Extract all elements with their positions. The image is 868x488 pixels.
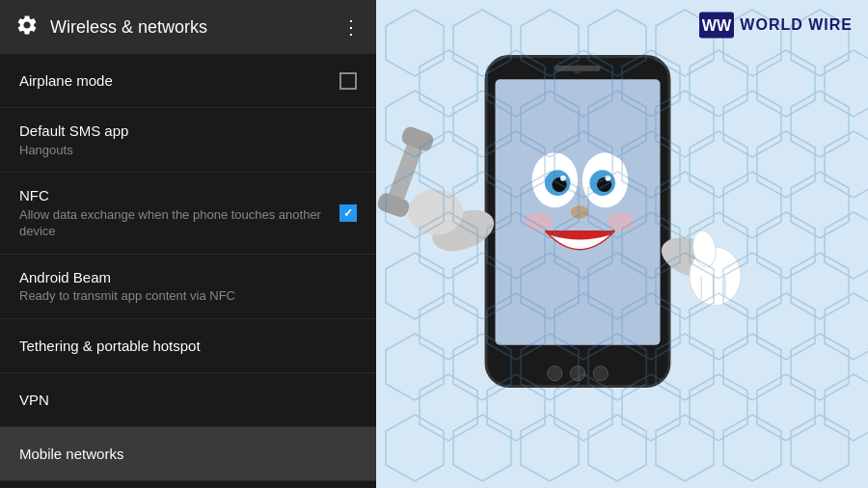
- airplane-mode-item[interactable]: Airplane mode: [0, 54, 376, 108]
- android-beam-item[interactable]: Android Beam Ready to transmit app conte…: [0, 255, 376, 319]
- settings-panel: Wireless & networks ⋮ Airplane mode Defa…: [0, 0, 376, 488]
- header-left: Wireless & networks: [15, 14, 207, 41]
- worldwire-text: WORLD WIRE: [740, 16, 853, 34]
- tethering-title: Tethering & portable hotspot: [19, 337, 357, 356]
- tethering-item[interactable]: Tethering & portable hotspot: [0, 319, 376, 373]
- default-sms-text: Default SMS app Hangouts: [19, 122, 357, 158]
- svg-text:WW: WW: [702, 16, 732, 34]
- vpn-text: VPN: [19, 391, 357, 410]
- airplane-mode-text: Airplane mode: [19, 71, 339, 91]
- android-beam-text: Android Beam Ready to transmit app conte…: [19, 268, 357, 305]
- nfc-text: NFC Allow data exchange when the phone t…: [19, 186, 339, 239]
- tethering-text: Tethering & portable hotspot: [19, 337, 357, 356]
- default-sms-item[interactable]: Default SMS app Hangouts: [0, 108, 376, 173]
- svg-marker-0: [376, 0, 434, 67]
- worldwire-logo-icon: WW: [699, 12, 734, 39]
- mobile-networks-text: Mobile networks: [19, 445, 357, 464]
- mobile-networks-item[interactable]: Mobile networks: [0, 427, 376, 481]
- more-options-icon[interactable]: ⋮: [341, 15, 361, 39]
- page-title: Wireless & networks: [50, 17, 207, 38]
- nfc-title: NFC: [19, 186, 339, 205]
- vpn-item[interactable]: VPN: [0, 373, 376, 427]
- right-panel: WW WORLD WIRE: [376, 0, 868, 488]
- settings-gear-icon: [15, 14, 39, 41]
- nfc-subtitle: Allow data exchange when the phone touch…: [19, 207, 339, 240]
- airplane-mode-title: Airplane mode: [19, 71, 339, 91]
- airplane-mode-checkbox[interactable]: [339, 72, 357, 90]
- settings-list: Airplane mode Default SMS app Hangouts N…: [0, 54, 376, 488]
- worldwire-logo: WW WORLD WIRE: [699, 12, 853, 39]
- android-beam-subtitle: Ready to transmit app content via NFC: [19, 288, 357, 305]
- mobile-networks-title: Mobile networks: [19, 445, 357, 464]
- default-sms-title: Default SMS app: [19, 122, 357, 141]
- vpn-title: VPN: [19, 391, 357, 410]
- nfc-checkbox[interactable]: [339, 204, 357, 222]
- default-sms-subtitle: Hangouts: [19, 143, 357, 159]
- hex-background: [376, 0, 868, 488]
- nfc-item[interactable]: NFC Allow data exchange when the phone t…: [0, 173, 376, 254]
- android-beam-title: Android Beam: [19, 268, 357, 287]
- cell-broadcasts-item[interactable]: Cell broadcasts: [0, 481, 376, 488]
- settings-header: Wireless & networks ⋮: [0, 0, 376, 54]
